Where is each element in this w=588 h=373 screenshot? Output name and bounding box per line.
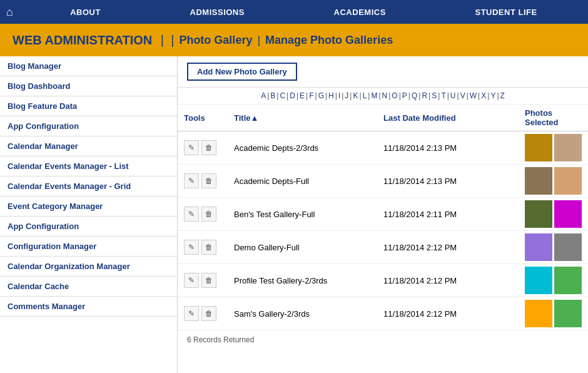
sidebar-item-4[interactable]: Calendar Manager [0, 136, 177, 156]
edit-button[interactable]: ✎ [184, 273, 199, 288]
sidebar-item-12[interactable]: Comments Manager [0, 297, 177, 317]
row-date: 11/18/2014 2:11 PM [377, 198, 519, 231]
alpha-link-Y[interactable]: Y [490, 91, 495, 100]
nav-about[interactable]: ABOUT [51, 8, 119, 17]
nav-academics[interactable]: ACADEMICS [315, 8, 405, 17]
thumbnail-2 [554, 167, 582, 195]
manage-galleries-link[interactable]: Manage Photo Galleries [265, 34, 393, 47]
sidebar-item-3[interactable]: App Configuration [0, 116, 177, 136]
table-row: ✎ 🗑 Academic Depts-2/3rds11/18/2014 2:13… [178, 131, 588, 165]
nav-items: ABOUT ADMISSIONS ACADEMICS STUDENT LIFE [26, 8, 582, 17]
row-title: Demo Gallery-Full [228, 231, 377, 264]
alpha-link-Z[interactable]: Z [500, 91, 505, 100]
delete-button[interactable]: 🗑 [201, 306, 216, 321]
alpha-link-P[interactable]: P [402, 91, 407, 100]
thumbnail-2 [554, 233, 582, 261]
main-layout: Blog ManagerBlog DashboardBlog Feature D… [0, 56, 588, 373]
thumbnail-2 [554, 267, 582, 294]
edit-button[interactable]: ✎ [184, 173, 199, 188]
alpha-link-H[interactable]: H [328, 91, 334, 100]
delete-button[interactable]: 🗑 [201, 173, 216, 188]
alpha-link-R[interactable]: R [422, 91, 427, 100]
alpha-link-G[interactable]: G [318, 91, 324, 100]
records-info: 6 Records Returned [178, 330, 588, 349]
thumbnail-1 [525, 300, 552, 327]
sidebar-item-0[interactable]: Blog Manager [0, 56, 177, 76]
delete-button[interactable]: 🗑 [201, 207, 216, 222]
row-title: Academic Depts-2/3rds [228, 131, 377, 165]
edit-button[interactable]: ✎ [184, 240, 199, 255]
row-title: Ben's Test Gallery-Full [228, 198, 377, 231]
col-header-date[interactable]: Last Date Modified [377, 105, 519, 131]
alpha-link-K[interactable]: K [353, 91, 358, 100]
table-row: ✎ 🗑 Ben's Test Gallery-Full11/18/2014 2:… [178, 198, 588, 231]
edit-button[interactable]: ✎ [184, 306, 199, 321]
alpha-link-O[interactable]: O [392, 91, 397, 100]
web-admin-title: WEB ADMINISTRATION [13, 33, 152, 48]
alpha-link-U[interactable]: U [450, 91, 456, 100]
row-photos [519, 131, 588, 165]
table-row: ✎ 🗑 Academic Depts-Full11/18/2014 2:13 P… [178, 165, 588, 198]
delete-button[interactable]: 🗑 [201, 140, 216, 155]
alpha-link-Q[interactable]: Q [412, 91, 417, 100]
row-tools: ✎ 🗑 [178, 198, 228, 231]
thumbnail-1 [525, 267, 552, 294]
thumbnail-2 [554, 134, 582, 161]
alpha-link-F[interactable]: F [309, 91, 313, 100]
alpha-link-X[interactable]: X [481, 91, 486, 100]
alpha-link-I[interactable]: I [338, 91, 340, 100]
row-photos [519, 165, 588, 198]
alpha-link-S[interactable]: S [432, 91, 437, 100]
alpha-link-D[interactable]: D [290, 91, 295, 100]
sidebar-item-8[interactable]: App Configuration [0, 217, 177, 237]
top-navigation: ⌂ ABOUT ADMISSIONS ACADEMICS STUDENT LIF… [0, 0, 588, 24]
header-separator: | | [157, 33, 174, 48]
edit-button[interactable]: ✎ [184, 207, 199, 222]
row-photos [519, 297, 588, 330]
table-row: ✎ 🗑 Profile Test Gallery-2/3rds11/18/201… [178, 264, 588, 297]
alpha-link-A[interactable]: A [261, 91, 266, 100]
sidebar-item-5[interactable]: Calendar Events Manager - List [0, 156, 177, 176]
sidebar-item-6[interactable]: Calendar Events Manager - Grid [0, 176, 177, 197]
content-area: Add New Photo Gallery A|B|C|D|E|F|G|H|I|… [178, 56, 588, 373]
alpha-link-B[interactable]: B [270, 91, 275, 100]
col-header-tools: Tools [178, 105, 228, 131]
col-header-title[interactable]: Title▲ [228, 105, 377, 131]
alpha-link-N[interactable]: N [382, 91, 388, 100]
thumbnail-2 [554, 300, 582, 327]
nav-admissions[interactable]: ADMISSIONS [171, 8, 263, 17]
delete-button[interactable]: 🗑 [201, 273, 216, 288]
row-title: Sam's Gallery-2/3rds [228, 297, 377, 330]
sidebar-item-2[interactable]: Blog Feature Data [0, 96, 177, 116]
delete-button[interactable]: 🗑 [201, 240, 216, 255]
thumbnail-1 [525, 233, 552, 261]
row-date: 11/18/2014 2:12 PM [377, 264, 519, 297]
col-header-photos: Photos Selected [519, 105, 588, 131]
row-date: 11/18/2014 2:13 PM [377, 131, 519, 165]
alpha-link-E[interactable]: E [300, 91, 305, 100]
sidebar-item-10[interactable]: Calendar Organization Manager [0, 257, 177, 277]
row-photos [519, 198, 588, 231]
photo-gallery-link[interactable]: Photo Gallery [179, 34, 252, 47]
row-date: 11/18/2014 2:12 PM [377, 231, 519, 264]
home-icon[interactable]: ⌂ [6, 6, 13, 19]
alpha-link-W[interactable]: W [470, 91, 477, 100]
row-date: 11/18/2014 2:12 PM [377, 297, 519, 330]
alpha-link-J[interactable]: J [345, 91, 348, 100]
thumbnail-1 [525, 134, 552, 161]
sidebar-item-11[interactable]: Calendar Cache [0, 277, 177, 297]
add-new-gallery-button[interactable]: Add New Photo Gallery [187, 63, 297, 81]
table-row: ✎ 🗑 Demo Gallery-Full11/18/2014 2:12 PM [178, 231, 588, 264]
sidebar-item-1[interactable]: Blog Dashboard [0, 76, 177, 96]
edit-button[interactable]: ✎ [184, 140, 199, 155]
alpha-link-C[interactable]: C [280, 91, 285, 100]
sidebar-item-9[interactable]: Configuration Manager [0, 237, 177, 257]
alpha-link-T[interactable]: T [441, 91, 445, 100]
alpha-link-L[interactable]: L [363, 91, 367, 100]
row-tools: ✎ 🗑 [178, 264, 228, 297]
nav-student-life[interactable]: STUDENT LIFE [456, 8, 555, 17]
sidebar-item-7[interactable]: Event Category Manager [0, 197, 177, 217]
alpha-link-V[interactable]: V [460, 91, 465, 100]
alphabet-navigation[interactable]: A|B|C|D|E|F|G|H|I|J|K|L|M|N|O|P|Q|R|S|T|… [178, 88, 588, 105]
alpha-link-M[interactable]: M [371, 91, 377, 100]
